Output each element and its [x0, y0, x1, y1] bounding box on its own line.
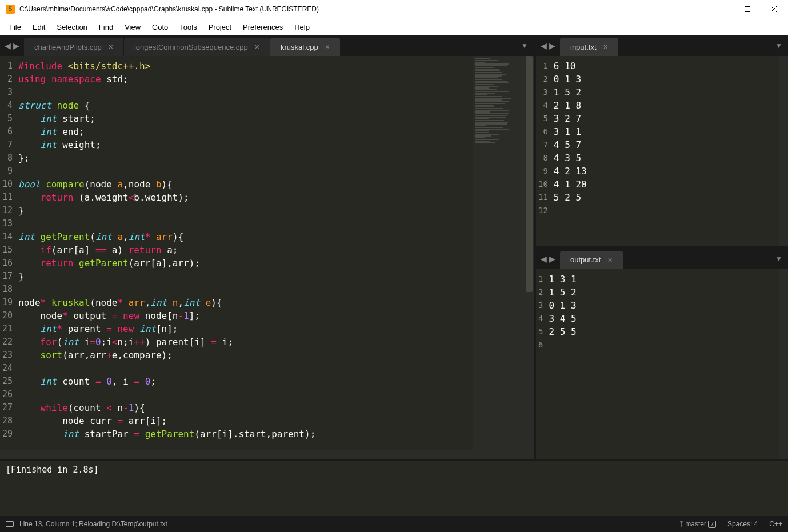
menu-tools[interactable]: Tools	[174, 21, 202, 34]
tab-label: input.txt	[570, 43, 597, 51]
tab-label: output.txt	[570, 255, 601, 264]
scrollbar-vertical[interactable]	[779, 56, 788, 246]
window-title: C:\Users\mhima\Documents\#Code\cpppad\Gr…	[19, 5, 708, 13]
menu-view[interactable]: View	[119, 21, 146, 34]
right-top-pane: ◀ ▶ input.txt × ▼ 123456789101112 6 100 …	[536, 35, 788, 249]
menu-project[interactable]: Project	[203, 21, 237, 34]
tab-output-txt[interactable]: output.txt ×	[560, 251, 623, 269]
menu-selection[interactable]: Selection	[51, 21, 93, 34]
branch-name: master	[685, 520, 706, 528]
line-gutter: 1234567891011121314151617181920212223242…	[0, 56, 18, 450]
console-text: [Finished in 2.8s]	[6, 465, 99, 475]
menu-file[interactable]: File	[3, 21, 27, 34]
build-output-panel: [Finished in 2.8s]	[0, 459, 788, 516]
panel-switcher-icon[interactable]	[6, 521, 14, 527]
line-gutter: 123456	[536, 269, 549, 459]
close-icon[interactable]: ×	[603, 42, 608, 51]
tab-dropdown-icon[interactable]: ▼	[770, 35, 788, 56]
branch-badge: 7	[708, 521, 716, 528]
pane-nav-prev-icon[interactable]: ◀	[541, 254, 547, 263]
scrollbar-vertical[interactable]	[779, 269, 788, 459]
svg-rect-0	[718, 9, 724, 9]
status-position: Line 13, Column 1; Reloading D:\Temp\out…	[19, 520, 167, 528]
right-bottom-pane: ◀ ▶ output.txt × ▼ 123456 1 3 11 5 20 1 …	[536, 249, 788, 459]
window-titlebar: S C:\Users\mhima\Documents\#Code\cpppad\…	[0, 0, 788, 18]
workspace: ◀ ▶ charlieAndPilots.cpp×longestCommonSu…	[0, 35, 788, 459]
right-bottom-tab-bar: ◀ ▶ output.txt × ▼	[536, 249, 788, 269]
git-branch-indicator[interactable]: ᛘ master 7	[679, 520, 716, 528]
indentation-indicator[interactable]: Spaces: 4	[727, 520, 758, 528]
pane-nav-next-icon[interactable]: ▶	[549, 41, 555, 50]
tab-kruskal-cpp[interactable]: kruskal.cpp×	[270, 38, 341, 56]
svg-rect-1	[745, 6, 750, 11]
left-tab-bar: ◀ ▶ charlieAndPilots.cpp×longestCommonSu…	[0, 35, 534, 56]
scrollbar-vertical[interactable]	[525, 56, 534, 450]
tab-label: kruskal.cpp	[281, 43, 318, 51]
menu-edit[interactable]: Edit	[27, 21, 51, 34]
close-icon[interactable]: ×	[607, 255, 612, 265]
status-bar: Line 13, Column 1; Reloading D:\Temp\out…	[0, 516, 788, 532]
tab-longestCommonSubsequence-cpp[interactable]: longestCommonSubsequence.cpp×	[124, 38, 270, 56]
tab-dropdown-icon[interactable]: ▼	[515, 35, 534, 56]
syntax-indicator[interactable]: C++	[769, 520, 782, 528]
pane-nav-prev-icon[interactable]: ◀	[5, 41, 11, 50]
pane-nav-prev-icon[interactable]: ◀	[541, 41, 547, 50]
close-icon[interactable]: ×	[109, 42, 113, 51]
menu-help[interactable]: Help	[289, 21, 315, 34]
output-editor[interactable]: 123456 1 3 11 5 20 1 33 4 52 5 5	[536, 269, 788, 459]
tab-label: charlieAndPilots.cpp	[34, 43, 102, 51]
maximize-button[interactable]	[734, 0, 761, 18]
menu-goto[interactable]: Goto	[146, 21, 174, 34]
code-area[interactable]: 1 3 11 5 20 1 33 4 52 5 5	[549, 269, 779, 459]
pane-nav-next-icon[interactable]: ▶	[13, 41, 19, 50]
code-area[interactable]: 6 100 1 31 5 22 1 83 2 73 1 14 5 74 3 54…	[554, 56, 779, 246]
tab-input-txt[interactable]: input.txt ×	[560, 38, 619, 56]
minimap[interactable]	[473, 56, 525, 450]
line-gutter: 123456789101112	[536, 56, 554, 246]
menu-bar: FileEditSelectionFindViewGotoToolsProjec…	[0, 18, 788, 35]
menu-find[interactable]: Find	[93, 21, 119, 34]
app-icon: S	[6, 5, 15, 14]
input-editor[interactable]: 123456789101112 6 100 1 31 5 22 1 83 2 7…	[536, 56, 788, 246]
close-button[interactable]	[761, 0, 787, 18]
tab-charlieAndPilots-cpp[interactable]: charlieAndPilots.cpp×	[24, 38, 124, 56]
code-area[interactable]: #include <bits/stdc++.h>using namespace …	[18, 56, 473, 450]
pane-nav-next-icon[interactable]: ▶	[549, 254, 555, 263]
left-pane: ◀ ▶ charlieAndPilots.cpp×longestCommonSu…	[0, 35, 536, 459]
branch-icon: ᛘ	[679, 520, 683, 528]
close-icon[interactable]: ×	[255, 42, 259, 51]
scrollbar-horizontal[interactable]	[0, 450, 534, 459]
menu-preferences[interactable]: Preferences	[237, 21, 289, 34]
tab-label: longestCommonSubsequence.cpp	[134, 43, 248, 51]
close-icon[interactable]: ×	[325, 42, 330, 51]
right-pane: ◀ ▶ input.txt × ▼ 123456789101112 6 100 …	[536, 35, 788, 459]
tab-dropdown-icon[interactable]: ▼	[770, 249, 788, 269]
main-editor[interactable]: 1234567891011121314151617181920212223242…	[0, 56, 534, 450]
right-top-tab-bar: ◀ ▶ input.txt × ▼	[536, 35, 788, 56]
minimize-button[interactable]	[708, 0, 734, 18]
